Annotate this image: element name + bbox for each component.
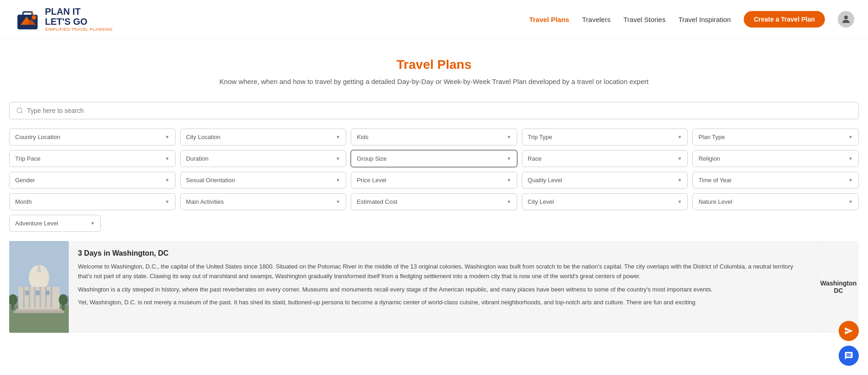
result-desc-2: Washington is a city steeped in history,…: [78, 285, 808, 295]
send-message-button[interactable]: [839, 321, 859, 337]
chevron-down-icon: ▼: [677, 178, 682, 183]
filter-duration[interactable]: Duration ▼: [180, 150, 347, 167]
filter-row-3: Gender ▼ Sexual Orientation ▼ Price Leve…: [9, 172, 859, 189]
logo-text: PLAN IT LET'S GO SIMPLIFIED TRAVEL PLANN…: [45, 6, 113, 32]
filter-adventure-level[interactable]: Adventure Level ▼: [9, 215, 101, 232]
search-section: [0, 95, 868, 124]
svg-rect-20: [45, 287, 47, 308]
chevron-down-icon: ▼: [677, 134, 682, 140]
result-location: Washington DC: [818, 241, 859, 333]
chevron-down-icon: ▼: [848, 178, 853, 183]
main-nav: Travel Plans Travelers Travel Stories Tr…: [529, 11, 854, 28]
logo-lets-text: LET'S GO: [45, 17, 88, 27]
filter-quality-level[interactable]: Quality Level ▼: [522, 172, 688, 189]
hero-section: Travel Plans Know where, when and how to…: [0, 39, 868, 95]
svg-line-8: [21, 112, 22, 113]
filter-nature-level[interactable]: Nature Level ▼: [692, 193, 859, 210]
hero-subtitle: Know where, when and how to travel by ge…: [9, 78, 859, 85]
nav-travel-plans[interactable]: Travel Plans: [529, 16, 569, 23]
svg-point-7: [17, 108, 22, 113]
chevron-down-icon: ▼: [336, 178, 340, 183]
filter-group-size[interactable]: Group Size ▼: [351, 150, 517, 167]
filter-gender[interactable]: Gender ▼: [9, 172, 176, 189]
chevron-down-icon: ▼: [336, 156, 340, 161]
chevron-down-icon: ▼: [336, 199, 340, 204]
svg-rect-17: [28, 287, 30, 308]
result-desc-1: Welcome to Washington, D.C., the capital…: [78, 262, 808, 281]
filter-main-activities[interactable]: Main Activities ▼: [180, 193, 347, 210]
result-item: 3 Days in Washington, DC Welcome to Wash…: [9, 241, 859, 333]
filter-city-location[interactable]: City Location ▼: [180, 129, 347, 146]
filter-trip-pace[interactable]: Trip Pace ▼: [9, 150, 176, 167]
result-desc-3: Yet, Washington, D.C. is not merely a mu…: [78, 298, 808, 308]
search-icon: [16, 107, 23, 114]
filter-estimated-cost[interactable]: Estimated Cost ▼: [351, 193, 517, 210]
filter-city-level[interactable]: City Level ▼: [522, 193, 688, 210]
chevron-down-icon: ▼: [165, 178, 170, 183]
results-section: 3 Days in Washington, DC Welcome to Wash…: [9, 241, 859, 333]
chevron-down-icon: ▼: [677, 156, 682, 161]
filter-row-4: Month ▼ Main Activities ▼ Estimated Cost…: [9, 193, 859, 210]
search-input[interactable]: [27, 107, 852, 114]
logo-plan-text: PLAN IT: [45, 6, 81, 17]
chevron-down-icon: ▼: [165, 199, 170, 204]
chevron-down-icon: ▼: [90, 221, 95, 226]
svg-text:✈: ✈: [30, 10, 34, 15]
svg-rect-25: [36, 291, 39, 295]
filter-trip-type[interactable]: Trip Type ▼: [522, 129, 688, 146]
chevron-down-icon: ▼: [507, 199, 511, 204]
svg-point-4: [32, 15, 36, 20]
result-image[interactable]: [9, 241, 69, 333]
filter-religion[interactable]: Religion ▼: [692, 150, 859, 167]
filter-row-5: Adventure Level ▼: [9, 215, 859, 232]
filter-row-2: Trip Pace ▼ Duration ▼ Group Size ▼ Race…: [9, 150, 859, 167]
result-title: 3 Days in Washington, DC: [78, 249, 808, 257]
svg-rect-21: [50, 287, 52, 308]
filter-sexual-orientation[interactable]: Sexual Orientation ▼: [180, 172, 347, 189]
avatar[interactable]: [838, 11, 854, 28]
avatar-icon: [840, 14, 851, 25]
svg-rect-24: [25, 291, 29, 295]
result-content: 3 Days in Washington, DC Welcome to Wash…: [69, 241, 818, 333]
nav-travel-stories[interactable]: Travel Stories: [623, 16, 665, 23]
washington-dc-image: [9, 241, 69, 333]
chevron-down-icon: ▼: [165, 156, 170, 161]
chevron-down-icon: ▼: [336, 134, 340, 140]
chevron-down-icon: ▼: [848, 199, 853, 204]
filter-country-location[interactable]: Country Location ▼: [9, 129, 176, 146]
svg-rect-18: [34, 287, 36, 308]
filter-plan-type[interactable]: Plan Type ▼: [692, 129, 859, 146]
svg-rect-14: [37, 270, 41, 272]
filter-month[interactable]: Month ▼: [9, 193, 176, 210]
svg-point-30: [59, 294, 68, 305]
chevron-down-icon: ▼: [165, 134, 170, 140]
search-box[interactable]: [9, 102, 859, 119]
svg-rect-23: [14, 311, 64, 313]
location-state: DC: [834, 287, 843, 294]
filter-row-1: Country Location ▼ City Location ▼ Kids …: [9, 129, 859, 146]
logo-subtitle-text: SIMPLIFIED TRAVEL PLANNING: [45, 28, 113, 32]
svg-rect-19: [39, 287, 41, 308]
logo-icon: ✈: [14, 6, 41, 33]
filter-time-of-year[interactable]: Time of Year ▼: [692, 172, 859, 189]
nav-travel-inspiration[interactable]: Travel Inspiration: [678, 16, 731, 23]
nav-travelers[interactable]: Travelers: [582, 16, 610, 23]
filter-kids[interactable]: Kids ▼: [351, 129, 517, 146]
svg-rect-16: [23, 287, 25, 308]
svg-rect-13: [38, 265, 40, 271]
svg-point-6: [844, 16, 848, 19]
create-travel-plan-button[interactable]: Create a Travel Plan: [744, 11, 825, 28]
svg-rect-26: [46, 291, 50, 295]
chevron-down-icon: ▼: [848, 134, 853, 140]
send-icon: [844, 326, 853, 336]
logo[interactable]: ✈ PLAN IT LET'S GO SIMPLIFIED TRAVEL PLA…: [14, 6, 113, 33]
chat-buttons: [839, 321, 859, 337]
chevron-down-icon: ▼: [507, 156, 511, 161]
filter-price-level[interactable]: Price Level ▼: [351, 172, 517, 189]
page-title: Travel Plans: [9, 57, 859, 72]
chevron-down-icon: ▼: [507, 134, 511, 140]
filters-section: Country Location ▼ City Location ▼ Kids …: [0, 124, 868, 236]
chevron-down-icon: ▼: [677, 199, 682, 204]
filter-race[interactable]: Race ▼: [522, 150, 688, 167]
chevron-down-icon: ▼: [848, 156, 853, 161]
